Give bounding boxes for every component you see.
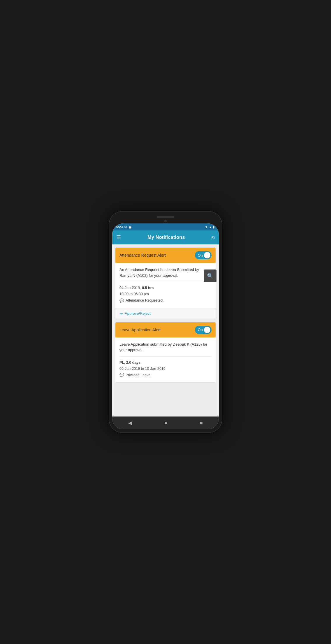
leave-comment-icon: 💬 (119, 372, 124, 378)
arrow-right-icon: ⇒ (119, 311, 123, 316)
leave-card-body: Leave Application submitted by Deepak K … (115, 337, 216, 383)
status-bar: 5:23 ⚙ ▣ ▼ ▲ ▮ (112, 223, 219, 230)
recent-nav-button[interactable]: ■ (200, 420, 203, 426)
leave-date-range: 09-Jan-2019 to 10-Jan-2019 (119, 366, 212, 372)
search-fab[interactable]: 🔍 (204, 270, 216, 282)
leave-toggle[interactable]: On (195, 326, 212, 334)
attendance-card-header: Attendance Request Alert On (115, 248, 216, 263)
attendance-card-body: An Attendance Request has been Submitted… (115, 263, 216, 308)
wifi-icon: ▼ (205, 225, 208, 229)
approve-reject-label: Approve/Reject (125, 311, 151, 316)
attendance-date-hours: 04-Jan-2019, 8.5 hrs (119, 285, 212, 291)
home-nav-button[interactable]: ● (164, 420, 168, 426)
leave-message: Leave Application submitted by Deepak K … (119, 342, 212, 353)
leave-comment: Privilege Leave. (126, 372, 152, 378)
attendance-hours: 8.5 hrs (142, 286, 154, 290)
leave-toggle-label: On (198, 328, 203, 332)
camera-dot (164, 220, 167, 222)
signal-icon: ▲ (209, 225, 212, 229)
attendance-notification-card: Attendance Request Alert On An Attendanc… (115, 247, 216, 319)
attendance-card-title: Attendance Request Alert (119, 253, 166, 258)
settings-status-icon: ⚙ (124, 225, 127, 229)
status-left: 5:23 ⚙ ▣ (116, 225, 131, 229)
leave-type: PL, (119, 360, 126, 365)
phone-frame: 5:23 ⚙ ▣ ▼ ▲ ▮ ☰ My Notifications ⎋ Atte… (109, 211, 222, 433)
leave-days: 2.0 days (126, 360, 140, 365)
leave-card-title: Leave Application Alert (119, 328, 161, 332)
sim-status-icon: ▣ (128, 225, 131, 229)
attendance-details: 04-Jan-2019, 8.5 hrs 10:00 to 06:30 pm 💬… (119, 285, 212, 304)
leave-details: PL, 2.0 days 09-Jan-2019 to 10-Jan-2019 … (119, 360, 212, 379)
hamburger-menu-icon[interactable]: ☰ (116, 234, 121, 241)
leave-notification-card: Leave Application Alert On Leave Applica… (115, 322, 216, 383)
approve-reject-link[interactable]: ⇒ Approve/Reject (119, 311, 212, 316)
attendance-card-footer: ⇒ Approve/Reject (115, 308, 216, 319)
leave-divider (119, 356, 212, 357)
leave-toggle-knob (204, 327, 210, 333)
attendance-date: 04-Jan-2019, (119, 286, 142, 290)
search-fab-icon: 🔍 (207, 273, 213, 279)
attendance-divider (119, 282, 212, 282)
back-nav-button[interactable]: ◀ (128, 420, 132, 426)
battery-icon: ▮ (213, 225, 215, 229)
status-time: 5:23 (116, 225, 123, 229)
comment-icon: 💬 (119, 298, 124, 304)
leave-comment-row: 💬 Privilege Leave. (119, 372, 212, 378)
top-notch (157, 216, 174, 218)
leave-card-header: Leave Application Alert On (115, 322, 216, 337)
logout-icon[interactable]: ⎋ (212, 235, 215, 241)
leave-type-days: PL, 2.0 days (119, 360, 212, 366)
nav-bar: ◀ ● ■ (112, 416, 219, 429)
content-area: Attendance Request Alert On An Attendanc… (112, 244, 219, 416)
attendance-comment-row: 💬 Attendance Requested. (119, 298, 212, 304)
attendance-message: An Attendance Request has been Submitted… (119, 267, 212, 278)
attendance-toggle-knob (204, 252, 210, 258)
attendance-toggle-label: On (198, 253, 203, 258)
app-bar-title: My Notifications (147, 235, 185, 240)
phone-inner: 5:23 ⚙ ▣ ▼ ▲ ▮ ☰ My Notifications ⎋ Atte… (112, 223, 219, 429)
attendance-time-range: 10:00 to 06:30 pm (119, 291, 212, 297)
status-right: ▼ ▲ ▮ (205, 225, 215, 229)
attendance-comment: Attendance Requested. (126, 298, 164, 304)
attendance-toggle[interactable]: On (195, 251, 212, 259)
app-bar: ☰ My Notifications ⎋ (112, 230, 219, 244)
